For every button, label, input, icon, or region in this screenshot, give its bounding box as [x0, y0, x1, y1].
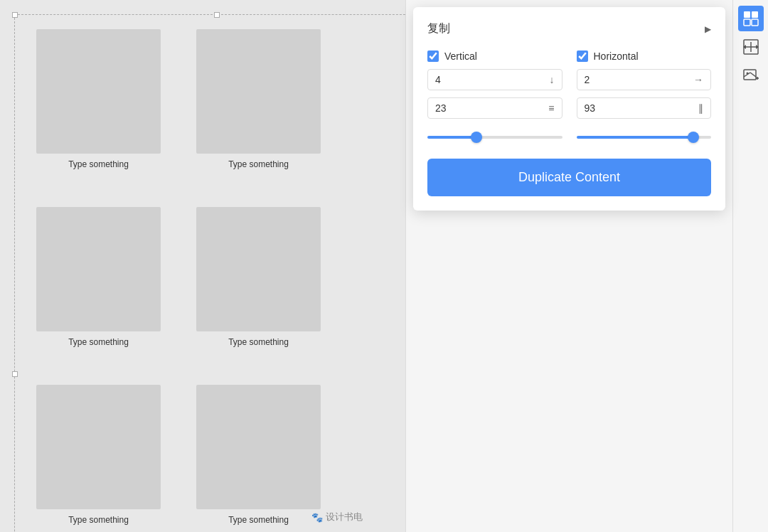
image-plus-icon[interactable]	[738, 63, 764, 88]
horizontal-spacing-input-row: ∥	[577, 97, 712, 119]
svg-rect-2	[744, 19, 750, 26]
vertical-spacing-icon: ≡	[548, 102, 554, 114]
card-image	[36, 29, 161, 154]
handle-tl[interactable]	[12, 12, 18, 18]
card-label: Type something	[68, 337, 129, 347]
svg-rect-9	[744, 70, 756, 80]
svg-rect-0	[744, 11, 750, 18]
panel-title: 复制	[427, 21, 450, 36]
duplicate-grid-icon[interactable]	[738, 6, 764, 31]
handle-tm[interactable]	[214, 12, 220, 18]
vertical-count-input[interactable]	[435, 74, 544, 85]
handle-ml[interactable]	[12, 371, 18, 377]
list-item: Type something	[29, 29, 168, 186]
horizontal-count-icon: →	[693, 74, 703, 85]
card-label: Type something	[68, 159, 129, 169]
svg-point-12	[746, 73, 748, 75]
fields-row: Vertical ↓ ≡ Horizontal	[427, 50, 711, 119]
svg-rect-1	[752, 11, 758, 18]
svg-rect-3	[752, 19, 758, 26]
list-item: Type something	[189, 385, 328, 532]
horizontal-count-input-row: →	[577, 69, 712, 90]
card-image	[36, 207, 161, 331]
right-toolbar	[732, 0, 768, 532]
card-image	[36, 385, 161, 509]
horizontal-spacing-icon: ∥	[698, 102, 703, 114]
card-image	[196, 385, 321, 509]
card-grid: Type something Type something Type somet…	[14, 14, 405, 532]
vertical-spacing-input-row: ≡	[427, 97, 562, 119]
list-item: Type something	[189, 207, 328, 363]
horizontal-checkbox[interactable]	[577, 50, 588, 62]
transform-icon[interactable]	[738, 34, 764, 60]
canvas-area: Type something Type something Type somet…	[0, 0, 405, 532]
horizontal-spacing-input[interactable]	[585, 102, 693, 114]
vertical-spacing-input[interactable]	[435, 102, 543, 114]
list-item: Type something	[29, 207, 168, 363]
card-label: Type something	[228, 337, 289, 347]
card-image	[196, 29, 321, 154]
vertical-checkbox[interactable]	[427, 50, 439, 62]
list-item: Type something	[189, 29, 328, 186]
card-label: Type something	[68, 515, 129, 525]
vertical-label: Vertical	[444, 50, 477, 62]
vertical-field-group: Vertical ↓ ≡	[427, 50, 562, 119]
horizontal-field-group: Horizontal → ∥	[577, 50, 712, 119]
horizontal-label: Horizontal	[594, 50, 639, 62]
vertical-checkbox-row: Vertical	[427, 50, 562, 62]
list-item: Type something	[29, 385, 168, 532]
horizontal-count-input[interactable]	[585, 74, 688, 85]
card-label: Type something	[228, 159, 289, 169]
watermark: 🐾 设计书电	[311, 511, 363, 523]
right-panel: 复制 ▶ Vertical ↓ ≡	[405, 0, 732, 532]
horizontal-slider[interactable]	[577, 136, 712, 139]
card-label: Type something	[228, 515, 289, 525]
vertical-count-icon: ↓	[550, 74, 555, 85]
panel-arrow-icon: ▶	[705, 24, 711, 34]
panel-header: 复制 ▶	[427, 21, 711, 36]
watermark-icon: 🐾	[311, 512, 323, 523]
card-image	[196, 207, 321, 331]
svg-line-11	[750, 73, 756, 77]
duplicate-panel: 复制 ▶ Vertical ↓ ≡	[413, 7, 725, 211]
watermark-text: 设计书电	[326, 511, 363, 523]
vertical-count-input-row: ↓	[427, 69, 562, 90]
horizontal-slider-container	[577, 130, 712, 144]
duplicate-content-button[interactable]: Duplicate Content	[427, 159, 711, 196]
vertical-slider-container	[427, 130, 562, 144]
sliders-row	[427, 130, 711, 144]
vertical-slider[interactable]	[427, 136, 562, 139]
horizontal-checkbox-row: Horizontal	[577, 50, 712, 62]
